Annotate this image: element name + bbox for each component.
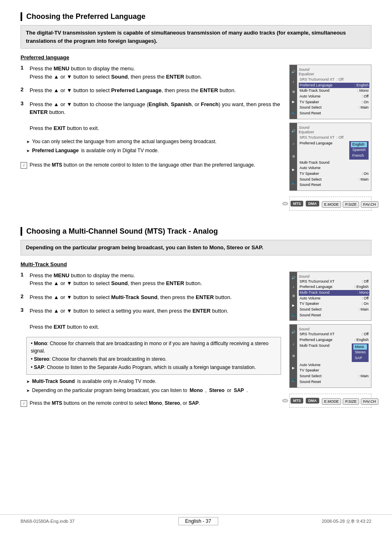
- mts-dropdown: Mono Stereo SAP: [352, 343, 369, 362]
- section1-title: Choosing the Preferred Language: [26, 12, 145, 21]
- language-dropdown: English Spanish French: [349, 141, 369, 160]
- section2-step1: 1 Press the MENU button to display the m…: [21, 271, 281, 288]
- section1-steps-col: 1 Press the MENU button to display the m…: [21, 65, 281, 211]
- section2-screens-col: 🔊 ♪ ⚙ ▶ 📺 Sound SRS TruSurround XT: Off …: [289, 271, 371, 411]
- section1-screens-col: 🔊 ♪ ⚙ ▶ 📺 Sound Equalizer SRS TruSurroun…: [289, 65, 371, 211]
- section2-arrow-note2: Depending on the particular program bein…: [26, 387, 281, 394]
- page-footer: BN68-01580A-Eng.indb 37 English - 37 200…: [0, 514, 392, 528]
- remote-dma-btn: DMA: [306, 201, 319, 207]
- section1-screen2: 🔊 ♪ ⚙ ▶ 📺 Sound Equalizer SRS TruSurroun…: [289, 123, 371, 191]
- tv-sidebar-1: 🔊 ♪ ⚙ ▶ 📺: [290, 65, 297, 119]
- remote-emode-btn-2: E.MODE: [322, 398, 341, 405]
- remote-emode-btn: E.MODE: [322, 201, 341, 208]
- remote-oval-btn-2: [282, 399, 288, 402]
- tv-icon-settings: ⚙: [292, 90, 295, 94]
- section2-steps-col: 1 Press the MENU button to display the m…: [21, 271, 281, 411]
- section2-arrow-note1: Multi-Track Sound is available only in A…: [26, 378, 281, 385]
- section2-mts-note: i Press the MTS buttons on the remote co…: [21, 400, 281, 407]
- tv-menu-content-3: Sound SRS TruSurround XT: Off Preferred …: [297, 274, 371, 319]
- section1-steps-screens: 1 Press the MENU button to display the m…: [21, 65, 371, 211]
- section2-steps-screens: 1 Press the MENU button to display the m…: [21, 271, 371, 411]
- tv-menu-content-1: Sound Equalizer SRS TruSurround XT : Off…: [297, 67, 371, 117]
- section1-mts-note: i Press the MTS button on the remote con…: [21, 162, 281, 169]
- section1-arrow-note2: Preferred Language is available only in …: [26, 147, 281, 154]
- section1-intro-text: The digital-TV transmission system is ca…: [26, 30, 346, 44]
- tv-icon-tv: 📺: [291, 110, 295, 114]
- section2-remote: MTS DMA E.MODE P.SIZE FAV.CH: [289, 394, 371, 408]
- tv-sidebar-4: 🔊 ♪ ⚙ ▶ 📺: [290, 325, 297, 387]
- tv-icon-music: ♪: [293, 80, 294, 84]
- remote-favch-btn: FAV.CH: [361, 201, 378, 208]
- remote-oval-btn: [282, 202, 288, 205]
- section2-intro: Depending on the particular program bein…: [21, 240, 371, 255]
- section2-title-bar: Choosing a Multi-Channel Sound (MTS) Tra…: [21, 227, 371, 236]
- remote-mts-btn: MTS: [291, 201, 303, 207]
- tv-sidebar-3: 🔊 ♪ ⚙ ▶ 📺: [290, 272, 297, 321]
- section2-screen1: 🔊 ♪ ⚙ ▶ 📺 Sound SRS TruSurround XT: Off …: [289, 271, 371, 321]
- section1: Choosing the Preferred Language The digi…: [21, 12, 371, 211]
- section1-step2: 2 Press the ▲ or ▼ button to select Pref…: [21, 86, 281, 95]
- section1-remote: MTS DMA E.MODE P.SIZE FAV.CH: [289, 197, 371, 211]
- tv-icon-speaker: 🔊: [291, 70, 295, 74]
- remote-dma-btn-2: DMA: [306, 398, 319, 404]
- note-icon: i: [21, 162, 27, 169]
- section1-intro: The digital-TV transmission system is ca…: [21, 25, 371, 49]
- section2-intro-text: Depending on the particular program bein…: [26, 244, 263, 251]
- note-icon-2: i: [21, 400, 27, 407]
- section1-arrow-note1: You can only select the language from am…: [26, 138, 281, 145]
- section1-step3: 3 Press the ▲ or ▼ button to choose the …: [21, 100, 281, 132]
- section2-screen2: 🔊 ♪ ⚙ ▶ 📺 Sound SRS TruSurround XT: Off …: [289, 324, 371, 387]
- section2-step2: 2 Press the ▲ or ▼ button to select Mult…: [21, 293, 281, 302]
- page-number: English - 37: [178, 517, 218, 525]
- tv-menu-content-4: Sound SRS TruSurround XT: Off Preferred …: [297, 326, 371, 385]
- remote-psize-btn-2: P.SIZE: [343, 398, 359, 405]
- section2: Choosing a Multi-Channel Sound (MTS) Tra…: [21, 227, 371, 410]
- section1-step1: 1 Press the MENU button to display the m…: [21, 65, 281, 81]
- section1-subsection: Preferred language: [21, 54, 371, 60]
- footer-left: BN68-01580A-Eng.indb 37: [21, 519, 74, 524]
- section1-title-bar: Choosing the Preferred Language: [21, 12, 371, 21]
- tv-menu-content-2: Sound Equalizer SRS TruSurround XT : Off…: [297, 125, 371, 189]
- footer-right: 2008-05-28 오후 9:43:22: [322, 518, 371, 524]
- tv-sidebar-2: 🔊 ♪ ⚙ ▶ 📺: [290, 123, 297, 190]
- remote-psize-btn: P.SIZE: [343, 201, 359, 208]
- tv-icon-img: ▶: [292, 100, 295, 104]
- section2-title: Choosing a Multi-Channel Sound (MTS) Tra…: [26, 227, 218, 235]
- section2-bullet-box: Mono: Choose for channels that are broad…: [26, 337, 281, 375]
- section1-screen1: 🔊 ♪ ⚙ ▶ 📺 Sound Equalizer SRS TruSurroun…: [289, 65, 371, 119]
- remote-mts-btn-2: MTS: [291, 398, 303, 404]
- section2-subsection: Multi-Track Sound: [21, 261, 371, 267]
- remote-favch-btn-2: FAV.CH: [361, 398, 378, 405]
- section2-step3: 3 Press the ▲ or ▼ button to select a se…: [21, 307, 281, 331]
